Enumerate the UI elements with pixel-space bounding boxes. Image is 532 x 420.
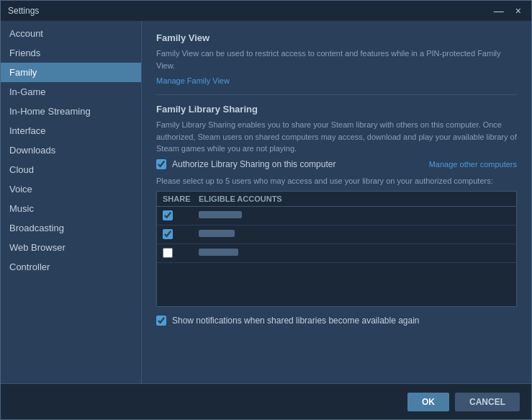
main-content: Account Friends Family In-Game In-Home S… (1, 21, 531, 383)
manage-other-computers-link[interactable]: Manage other computers (429, 160, 517, 169)
row1-check (163, 210, 199, 220)
title-controls: — × (491, 5, 524, 17)
manage-family-view-link[interactable]: Manage Family View (156, 76, 230, 85)
library-sharing-description: Family Library Sharing enables you to sh… (156, 119, 517, 155)
title-bar: Settings — × (1, 1, 531, 21)
select-users-text: Please select up to 5 users who may acce… (156, 177, 517, 185)
sidebar-item-account[interactable]: Account (1, 24, 141, 43)
accounts-column-header: ELIGIBLE ACCOUNTS (199, 195, 510, 203)
authorize-checkbox[interactable] (156, 159, 166, 169)
share-column-header: SHARE (163, 195, 199, 203)
table-row (157, 244, 516, 263)
sidebar-item-in-home-streaming[interactable]: In-Home Streaming (1, 102, 141, 121)
sidebar-item-friends[interactable]: Friends (1, 43, 141, 63)
account1-name (199, 211, 510, 220)
account3-checkbox[interactable] (163, 248, 173, 258)
account1-blurred (199, 211, 242, 218)
sidebar-item-web-browser[interactable]: Web Browser (1, 238, 141, 257)
table-row (157, 207, 516, 225)
sidebar-item-music[interactable]: Music (1, 199, 141, 218)
table-empty-space (157, 263, 516, 306)
library-sharing-title: Family Library Sharing (156, 104, 517, 115)
notification-row: Show notifications when shared libraries… (156, 316, 517, 326)
sidebar-item-controller[interactable]: Controller (1, 257, 141, 277)
family-view-description: Family View can be used to restrict acce… (156, 48, 517, 71)
account3-name (199, 249, 510, 257)
account2-checkbox[interactable] (163, 229, 173, 239)
sidebar: Account Friends Family In-Game In-Home S… (1, 21, 142, 383)
account2-blurred (199, 230, 235, 237)
sidebar-item-in-game[interactable]: In-Game (1, 82, 141, 102)
authorize-left: Authorize Library Sharing on this comput… (156, 159, 335, 169)
minimize-button[interactable]: — (491, 5, 507, 17)
account3-blurred (199, 249, 238, 256)
account1-checkbox[interactable] (163, 210, 173, 220)
notification-label: Show notifications when shared libraries… (172, 316, 420, 326)
close-button[interactable]: × (513, 5, 524, 17)
content-area: Family View Family View can be used to r… (142, 21, 531, 383)
table-header: SHARE ELIGIBLE ACCOUNTS (157, 192, 516, 207)
account2-name (199, 230, 510, 238)
family-view-title: Family View (156, 32, 517, 43)
sidebar-item-family[interactable]: Family (1, 63, 141, 82)
notification-checkbox[interactable] (156, 316, 166, 326)
table-row (157, 225, 516, 244)
accounts-table: SHARE ELIGIBLE ACCOUNTS (156, 191, 517, 307)
window-title: Settings (8, 6, 39, 16)
bottom-bar: OK CANCEL (1, 383, 531, 419)
sidebar-item-voice[interactable]: Voice (1, 179, 141, 199)
ok-button[interactable]: OK (407, 393, 449, 411)
authorize-label: Authorize Library Sharing on this comput… (172, 159, 335, 169)
sidebar-item-interface[interactable]: Interface (1, 121, 141, 140)
authorize-row: Authorize Library Sharing on this comput… (156, 159, 517, 169)
row3-check (163, 248, 199, 258)
section-divider (156, 94, 517, 95)
cancel-button[interactable]: CANCEL (455, 393, 520, 411)
sidebar-item-broadcasting[interactable]: Broadcasting (1, 218, 141, 238)
sidebar-item-downloads[interactable]: Downloads (1, 140, 141, 160)
sidebar-item-cloud[interactable]: Cloud (1, 160, 141, 179)
row2-check (163, 229, 199, 239)
settings-window: Settings — × Account Friends Family In-G… (0, 0, 532, 420)
